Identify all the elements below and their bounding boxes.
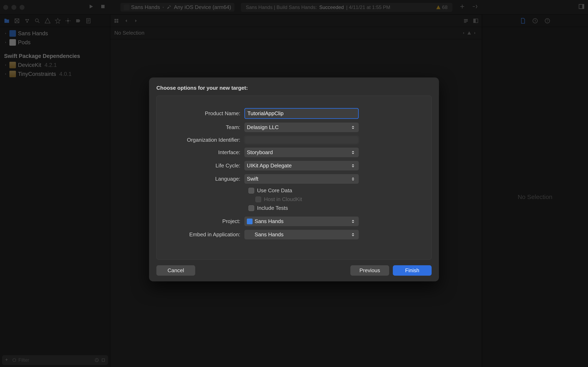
core-data-label: Use Core Data <box>257 187 292 194</box>
embed-select[interactable]: Sans Hands <box>244 230 359 239</box>
life-cycle-value: UIKit App Delegate <box>247 162 292 169</box>
team-label: Team: <box>171 124 244 131</box>
org-id-field <box>244 136 359 144</box>
include-tests-label: Include Tests <box>257 205 288 211</box>
cloudkit-checkbox <box>255 197 261 202</box>
new-target-options-sheet: Choose options for your new target: Prod… <box>149 77 439 281</box>
sheet-title: Choose options for your new target: <box>156 85 432 91</box>
interface-label: Interface: <box>171 149 244 156</box>
org-id-label: Organization Identifier: <box>171 137 244 143</box>
product-name-input[interactable] <box>244 108 359 119</box>
app-icon <box>247 232 252 238</box>
project-select[interactable]: Sans Hands <box>244 217 359 226</box>
project-value: Sans Hands <box>255 218 284 225</box>
language-label: Language: <box>171 176 244 182</box>
language-select[interactable]: Swift <box>244 174 359 184</box>
life-cycle-select[interactable]: UIKit App Delegate <box>244 161 359 170</box>
stepper-icon <box>351 125 356 129</box>
stepper-icon <box>351 177 356 181</box>
cancel-button[interactable]: Cancel <box>156 265 195 276</box>
sheet-form: Product Name: Team: Delasign LLC Organiz… <box>156 96 432 259</box>
project-label: Project: <box>171 218 244 225</box>
include-tests-checkbox[interactable] <box>249 205 254 211</box>
life-cycle-label: Life Cycle: <box>171 162 244 169</box>
product-name-label: Product Name: <box>171 110 244 117</box>
cloudkit-label: Host in CloudKit <box>264 196 302 202</box>
team-value: Delasign LLC <box>247 124 279 131</box>
stepper-icon <box>351 233 356 237</box>
embed-label: Embed in Application: <box>171 231 244 238</box>
include-tests-checkbox-row[interactable]: Include Tests <box>249 205 417 211</box>
previous-button[interactable]: Previous <box>350 265 389 276</box>
stepper-icon <box>351 219 356 224</box>
core-data-checkbox-row[interactable]: Use Core Data <box>249 187 417 194</box>
cloudkit-checkbox-row: Host in CloudKit <box>255 196 417 202</box>
interface-value: Storyboard <box>247 149 273 156</box>
interface-select[interactable]: Storyboard <box>244 148 359 157</box>
embed-value: Sans Hands <box>255 231 284 238</box>
stepper-icon <box>351 150 356 155</box>
finish-button[interactable]: Finish <box>393 265 432 276</box>
stepper-icon <box>351 164 356 168</box>
team-select[interactable]: Delasign LLC <box>244 123 359 132</box>
xcode-project-icon <box>247 218 252 224</box>
core-data-checkbox[interactable] <box>249 188 254 193</box>
language-value: Swift <box>247 176 258 182</box>
